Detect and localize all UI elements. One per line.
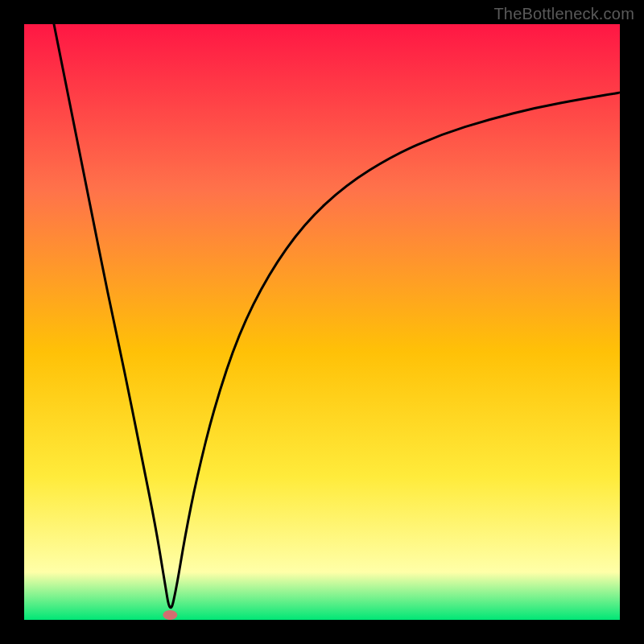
minimum-marker: [163, 610, 177, 620]
chart-container: TheBottleneck.com: [0, 0, 644, 644]
plot-area: [24, 24, 620, 620]
watermark-text: TheBottleneck.com: [493, 5, 634, 23]
chart-svg: [24, 24, 620, 620]
